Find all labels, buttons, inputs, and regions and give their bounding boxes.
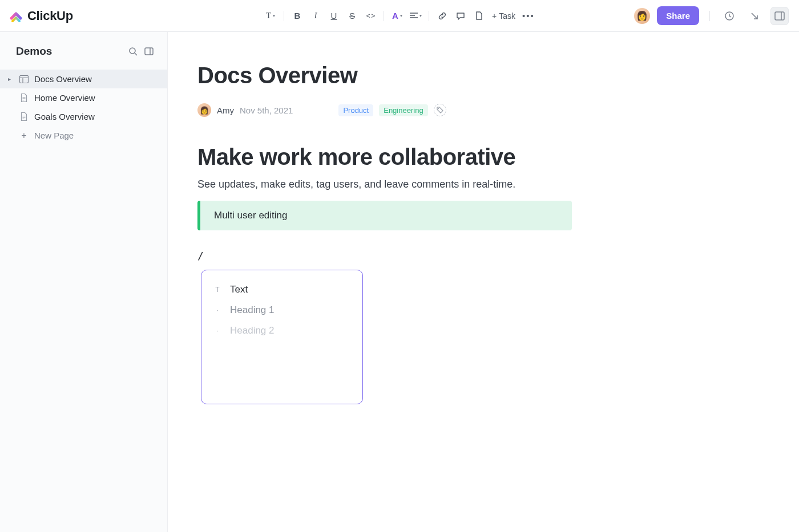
sidebar-item-home-overview[interactable]: ▸ Home Overview (0, 88, 167, 107)
slash-command-menu: T Text · Heading 1 · Heading 2 (201, 270, 363, 404)
tag-icon (437, 107, 443, 113)
tag-engineering[interactable]: Engineering (379, 104, 427, 116)
download-icon (749, 11, 760, 21)
layout-icon (19, 75, 29, 84)
sidebar-search-button[interactable] (125, 43, 141, 59)
svg-rect-1 (775, 12, 784, 20)
brand-logo[interactable]: ClickUp (9, 9, 73, 23)
topbar: ClickUp T▾ B I U S < > A▾ ▾ (0, 0, 799, 32)
sidebar-icon (774, 11, 785, 21)
align-dropdown[interactable]: ▾ (407, 7, 424, 25)
more-options-button[interactable]: ••• (520, 7, 537, 25)
page-date: Nov 5th, 2021 (240, 105, 293, 115)
align-left-icon (410, 13, 418, 19)
search-icon (128, 47, 138, 56)
sidebar-new-page-button[interactable]: + New Page (0, 126, 167, 145)
sidebar: Demos ▸ Docs Overview ▸ (0, 32, 168, 532)
italic-button[interactable]: I (307, 7, 324, 25)
workspace-title: Demos (16, 45, 125, 58)
sidebar-page-list: ▸ Docs Overview ▸ Home Overview ▸ Goals … (0, 70, 167, 145)
author-avatar[interactable]: 👩 (197, 103, 211, 117)
sidebar-item-label: New Page (34, 131, 74, 140)
collapse-icon (144, 47, 154, 56)
share-button[interactable]: Share (657, 6, 699, 25)
history-button[interactable] (720, 7, 739, 25)
tag-product[interactable]: Product (338, 104, 373, 116)
editor-toolbar: T▾ B I U S < > A▾ ▾ (262, 0, 537, 31)
text-icon: T (213, 286, 222, 294)
sidebar-item-label: Home Overview (34, 93, 95, 103)
slash-menu-item-label: Heading 1 (230, 304, 275, 316)
separator (384, 11, 384, 21)
clickup-logo-icon (9, 9, 23, 23)
main-layout: Demos ▸ Docs Overview ▸ (0, 32, 799, 532)
svg-point-2 (130, 48, 135, 54)
callout-block[interactable]: Multi user editing (197, 201, 572, 230)
slash-menu-item-heading1[interactable]: · Heading 1 (209, 300, 354, 320)
svg-point-5 (438, 108, 439, 109)
task-label: Task (499, 11, 515, 21)
slash-menu-item-label: Heading 2 (230, 325, 275, 336)
bold-button[interactable]: B (289, 7, 306, 25)
link-icon (438, 11, 447, 21)
topbar-right: 👩 Share (634, 6, 789, 25)
page-meta: 👩 Amy Nov 5th, 2021 Product Engineering (197, 103, 765, 117)
callout-text: Multi user editing (214, 210, 288, 221)
slash-menu-item-label: Text (230, 284, 248, 295)
ellipsis-icon: ••• (522, 11, 535, 21)
sidebar-collapse-button[interactable] (141, 43, 157, 59)
code-button[interactable]: < > (362, 7, 379, 25)
plus-icon: + (492, 11, 497, 21)
add-task-button[interactable]: + Task (489, 8, 519, 24)
font-color-dropdown[interactable]: A▾ (389, 7, 406, 25)
underline-button[interactable]: U (325, 7, 342, 25)
strikethrough-button[interactable]: S (344, 7, 361, 25)
sidebar-item-goals-overview[interactable]: ▸ Goals Overview (0, 107, 167, 126)
plus-icon: + (19, 131, 29, 140)
document-icon (19, 94, 29, 103)
heading-icon: · (213, 327, 222, 335)
slash-menu-item-text[interactable]: T Text (209, 279, 354, 300)
clock-icon (724, 11, 735, 21)
add-tag-button[interactable] (434, 104, 446, 116)
page-settings-button[interactable] (470, 7, 487, 25)
user-avatar[interactable]: 👩 (634, 8, 650, 24)
content-heading[interactable]: Make work more collaborative (197, 143, 765, 170)
comment-button[interactable] (452, 7, 469, 25)
svg-rect-4 (20, 75, 29, 83)
separator (284, 11, 284, 21)
chevron-right-icon: ▸ (8, 76, 14, 82)
link-button[interactable] (434, 7, 451, 25)
separator (429, 11, 429, 21)
download-button[interactable] (745, 7, 764, 25)
slash-menu-item-heading2[interactable]: · Heading 2 (209, 320, 354, 341)
sidebar-header: Demos (0, 43, 167, 59)
slash-command-trigger[interactable]: / (197, 250, 765, 262)
page-icon (475, 11, 483, 21)
separator (709, 11, 710, 21)
sidebar-item-label: Docs Overview (34, 74, 92, 84)
document-icon (19, 112, 29, 121)
document-canvas[interactable]: Docs Overview 👩 Amy Nov 5th, 2021 Produc… (168, 32, 799, 532)
page-title[interactable]: Docs Overview (197, 63, 765, 88)
author-name: Amy (217, 105, 234, 115)
content-paragraph[interactable]: See updates, make edits, tag users, and … (197, 178, 765, 190)
svg-rect-3 (145, 48, 153, 55)
heading-icon: · (213, 306, 222, 314)
sidebar-item-docs-overview[interactable]: ▸ Docs Overview (0, 70, 167, 88)
sidebar-item-label: Goals Overview (34, 112, 95, 121)
panel-toggle-button[interactable] (770, 7, 789, 25)
brand-name: ClickUp (27, 9, 73, 23)
comment-icon (456, 11, 465, 21)
text-style-dropdown[interactable]: T▾ (262, 7, 279, 25)
